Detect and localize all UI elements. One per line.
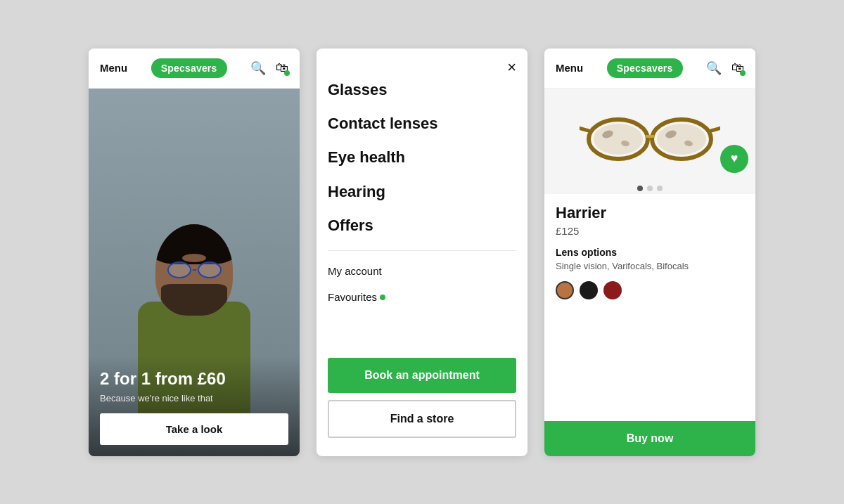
menu-label-product[interactable]: Menu bbox=[556, 62, 583, 74]
close-button[interactable]: × bbox=[507, 60, 516, 75]
product-image-area: ♥ bbox=[544, 89, 755, 180]
hero-image: 2 for 1 from £60 Because we're nice like… bbox=[89, 89, 300, 456]
nav-item-glasses[interactable]: Glasses bbox=[328, 74, 516, 106]
nav-item-contact-lenses[interactable]: Contact lenses bbox=[328, 108, 516, 140]
hero-text-overlay: 2 for 1 from £60 Because we're nice like… bbox=[89, 356, 300, 455]
carousel-dot-3[interactable] bbox=[657, 186, 663, 191]
nav-item-offers[interactable]: Offers bbox=[328, 209, 516, 242]
svg-line-5 bbox=[580, 127, 589, 131]
my-account-label: My account bbox=[328, 265, 382, 277]
search-icon[interactable]: 🔍 bbox=[250, 60, 266, 76]
screen-menu: × Glasses Contact lenses Eye health Hear… bbox=[316, 49, 528, 456]
product-details: Harrier £125 Lens options Single vision,… bbox=[544, 194, 755, 421]
menu-label[interactable]: Menu bbox=[100, 62, 127, 74]
buy-now-button[interactable]: Buy now bbox=[544, 421, 755, 456]
navbar-icons-product: 🔍 🛍 bbox=[706, 60, 744, 76]
swatch-black[interactable] bbox=[580, 281, 598, 299]
take-a-look-button[interactable]: Take a look bbox=[100, 413, 288, 445]
heart-icon: ♥ bbox=[731, 151, 738, 166]
nav-item-favourites[interactable]: Favourites bbox=[328, 285, 516, 309]
navbar-icons: 🔍 🛍 bbox=[250, 60, 288, 76]
bag-notification-dot bbox=[284, 70, 290, 76]
bag-icon-wrapper-product[interactable]: 🛍 bbox=[731, 60, 744, 75]
navbar-product: Menu Specsavers 🔍 🛍 bbox=[544, 49, 755, 89]
nav-item-hearing[interactable]: Hearing bbox=[328, 176, 516, 208]
lens-options-label: Lens options bbox=[556, 247, 744, 258]
carousel-dots bbox=[544, 180, 755, 194]
nav-item-eye-health[interactable]: Eye health bbox=[328, 141, 516, 174]
hero-headline: 2 for 1 from £60 bbox=[100, 370, 288, 388]
screen-home: Menu Specsavers 🔍 🛍 bbox=[89, 49, 300, 456]
hero-subtext: Because we're nice like that bbox=[100, 393, 288, 403]
product-price: £125 bbox=[556, 225, 744, 237]
carousel-dot-1[interactable] bbox=[637, 186, 643, 191]
product-name: Harrier bbox=[556, 204, 744, 222]
nav-divider bbox=[328, 250, 516, 251]
screens-container: Menu Specsavers 🔍 🛍 bbox=[89, 49, 755, 456]
nav-item-my-account[interactable]: My account bbox=[328, 259, 516, 283]
color-swatches bbox=[556, 281, 744, 299]
wishlist-button[interactable]: ♥ bbox=[720, 145, 748, 173]
screen-product: Menu Specsavers 🔍 🛍 bbox=[544, 49, 755, 456]
svg-point-1 bbox=[594, 124, 643, 155]
svg-point-3 bbox=[657, 124, 706, 155]
find-store-button[interactable]: Find a store bbox=[328, 400, 516, 438]
svg-line-6 bbox=[711, 127, 720, 131]
brand-logo[interactable]: Specsavers bbox=[151, 58, 227, 78]
favourites-label: Favourites bbox=[328, 291, 377, 303]
lens-options-values: Single vision, Varifocals, Bifocals bbox=[556, 261, 744, 271]
secondary-nav: My account Favourites bbox=[328, 259, 516, 309]
navbar-home: Menu Specsavers 🔍 🛍 bbox=[89, 49, 300, 89]
bag-dot-product bbox=[740, 70, 746, 76]
cta-section: Book an appointment Find a store bbox=[328, 358, 516, 445]
carousel-dot-2[interactable] bbox=[647, 186, 653, 191]
primary-nav: Glasses Contact lenses Eye health Hearin… bbox=[328, 74, 516, 243]
search-icon-product[interactable]: 🔍 bbox=[706, 60, 722, 76]
brand-logo-product[interactable]: Specsavers bbox=[607, 58, 683, 78]
glasses-image bbox=[580, 110, 720, 166]
bag-icon-wrapper[interactable]: 🛍 bbox=[276, 60, 288, 75]
favourites-notification-dot bbox=[380, 295, 385, 300]
svg-rect-11 bbox=[645, 135, 655, 138]
book-appointment-button[interactable]: Book an appointment bbox=[328, 358, 516, 393]
swatch-brown[interactable] bbox=[556, 281, 574, 299]
swatch-red[interactable] bbox=[603, 281, 622, 299]
